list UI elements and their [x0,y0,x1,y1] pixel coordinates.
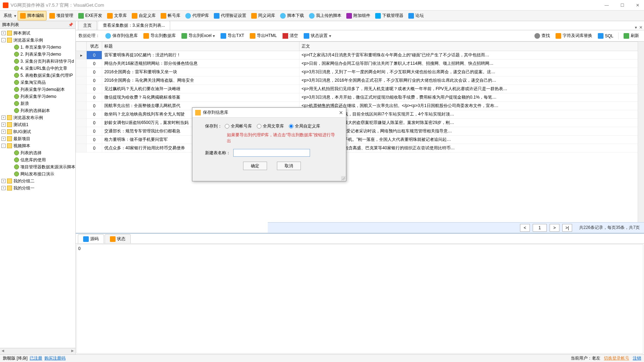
tab-close-icon[interactable]: ✕ [639,25,643,30]
sidebar-pin-icon[interactable]: 📌 [68,23,73,27]
tree-node[interactable]: +我的分组二 [0,177,75,185]
dialog-ok-button[interactable]: 确定 [243,162,267,170]
tab-dropdown-icon[interactable]: ▾ [635,25,637,30]
menu-forum[interactable]: 论坛 [406,11,426,20]
pager-prev-button[interactable]: < [520,224,530,232]
menu-script-edit[interactable]: 脚本编辑 [18,11,47,20]
col-header-body[interactable]: 正文 [299,42,644,51]
table-row[interactable]: 0微信提现为啥收费？马化腾揭晓标准答案<p>3月3日消息，本月开始，微信正式对提… [76,93,644,102]
save-to-infolib-button[interactable]: 保存到信息库 [103,32,140,39]
logout-link[interactable]: 注销 [633,355,641,361]
bottom-tab-status[interactable]: 状态 [105,234,131,243]
pager-last-button[interactable]: >| [562,224,572,232]
table-row[interactable]: 0优点众多：40家银行开始用比特币交易债券外媒体cnbc报道，一个包含高盛、巴克… [76,144,644,152]
tree-toggle-icon[interactable]: - [1,38,6,42]
pager-page-input[interactable] [533,224,547,232]
export-html-button[interactable]: 导出HTML [248,32,279,39]
table-row[interactable]: 0妙龄女调包U盾盗转6500万元，案发时刚当妈批准逮捕晋江史上金额最大的盗窃案犯… [76,119,644,127]
radio-option[interactable]: 全局文章库 [257,123,284,129]
tree-node[interactable]: 列表的选择副本 [0,107,75,114]
export-to-db-button[interactable]: 导出到数据库 [141,32,178,39]
tree-node[interactable]: +我的分组一 [0,185,75,192]
tree-node[interactable]: +脚本测试 [0,30,75,37]
tree-toggle-icon[interactable]: + [1,186,6,190]
tree-node[interactable]: 3. 采集分页列表和详情学习d [0,58,75,65]
scroll-right-icon[interactable]: ► [70,348,75,354]
menu-script-download[interactable]: 脚本下载 [278,11,306,20]
tree-node[interactable]: 项目管理器数据来源演示脚本 [0,163,75,170]
tree-node[interactable]: -视频脚本 [0,142,75,149]
tree-node[interactable]: 网站发布接口演示 [0,170,75,177]
tree-node[interactable]: 5. 表格数据采集(采集代理IP [0,72,75,79]
table-row[interactable]: 02016全国两会：马化腾关注网络盗版、网络安全<p>3月3日消息，2016年全… [76,76,644,85]
refresh-button[interactable]: 刷新 [621,32,641,39]
menu-article-lib[interactable]: 文章库 [105,11,129,20]
export-to-excel-button[interactable]: 导出到Excel [179,32,217,39]
tree-node[interactable]: 1. 单页采集学习demo [0,44,75,51]
table-row[interactable]: 0格力董明珠：做不做手机要问雷军了，我们坐在一起聊聊手机。”刚一落座，全国人大代… [76,136,644,144]
sql-button[interactable]: SQL [596,32,615,39]
tree-toggle-icon[interactable]: + [1,123,6,127]
tree-node[interactable]: +测试组1 [0,121,75,128]
table-row[interactable]: 02016全国两会：雷军和董明珠又坐一块<p>3月3日消息，又到了一年一度的两会… [76,68,644,76]
data-grid[interactable]: 状态 标题 正文 ▸0雷军董明珠再提10亿赌约：没进约就行！<p>IT之家讯3月… [76,42,644,152]
table-row[interactable]: 0见过飙机吗？无人机们要在迪拜一决雌雄<p>用无人机拍照我们见得多了，用无人机竞… [76,85,644,93]
menu-custom-lib[interactable]: 自定义库 [130,11,158,20]
script-tree[interactable]: +脚本测试-浏览器采集示例1. 单页采集学习demo2. 列表采集学习demo3… [0,29,75,348]
table-row[interactable]: 0交通部长：规范专车管理我比你们都着急传堂3日在人民大会堂接受记者采访时说，网络… [76,127,644,136]
pager-next-button[interactable]: > [550,224,559,232]
bottom-tab-source[interactable]: 源码 [78,234,104,243]
tree-node[interactable]: -浏览器采集示例 [0,37,75,44]
menu-download-manager[interactable]: 下载管理器 [373,11,405,20]
radio-option[interactable]: 全局自定义库 [289,123,320,129]
tree-node[interactable]: 4. 采集URL集合中的文章 [0,65,75,72]
tree-toggle-icon[interactable]: + [1,137,6,141]
replace-button[interactable]: 字符及词库替换 [553,32,594,39]
radio-input[interactable] [289,124,293,129]
menu-account-lib[interactable]: 帐号库 [159,11,182,20]
sidebar-hscroll[interactable]: ◄ ► [0,348,75,354]
menu-proxy-verify-settings[interactable]: 代理验证设置 [212,11,248,20]
menu-my-uploaded-scripts[interactable]: 我上传的脚本 [307,11,343,20]
menu-exe-dev[interactable]: EXE开发 [76,11,104,20]
radio-input[interactable] [225,124,229,129]
dialog-close-button[interactable]: ✕ [339,110,343,116]
col-header-title[interactable]: 标题 [102,42,299,51]
tree-toggle-icon[interactable]: + [1,116,6,120]
menu-project-manage[interactable]: 项目管理 [47,11,75,20]
export-txt-button[interactable]: 导出TXT [218,32,246,39]
status-settings-button[interactable]: 状态设置 [302,32,333,39]
tree-node[interactable]: 列表的选择 [0,149,75,156]
radio-option[interactable]: 全局帐号库 [225,123,252,129]
tree-toggle-icon[interactable]: + [1,130,6,134]
switch-account-link[interactable]: 切换登录帐号 [604,355,629,361]
table-row[interactable]: 0网信办关闭16家违规招聘网站：部分传播色情信息<p>日前，国家网信办会同工信等… [76,60,644,68]
tree-node[interactable]: 列表采集学习demo副本 [0,86,75,93]
buy-license-link[interactable]: 购买注册码 [44,355,66,361]
menu-synonym-lib[interactable]: 同义词库 [249,11,277,20]
menu-proxy-ip-lib[interactable]: 代理IP库 [183,11,211,20]
dialog-resize-grip[interactable] [341,176,345,180]
table-row[interactable]: ▸0雷军董明珠再提10亿赌约：没进约就行！<p>IT之家讯3月4日消息关于雷军和… [76,51,644,60]
tab-home[interactable]: 主页 [78,21,97,30]
tree-node[interactable]: 新浪 [0,100,75,107]
menu-system[interactable]: 系统 [1,11,17,20]
tree-toggle-icon[interactable]: - [1,144,6,148]
new-table-name-input[interactable] [233,149,310,157]
registered-link[interactable]: 已注册 [30,355,42,361]
table-row[interactable]: 0敢坐吗？北京地铁燕房线列车将全无人驾驶试运营的北京地铁燕房线，目前全线区间和7… [76,110,644,119]
tree-node[interactable]: +浏览器发布示例 [0,114,75,121]
tree-node[interactable]: 采集淘宝商品 [0,79,75,86]
window-close-button[interactable]: ✕ [634,2,641,9]
tree-toggle-icon[interactable]: + [1,31,6,35]
search-button[interactable]: 查找 [532,32,552,39]
tree-node[interactable]: 列表采集学习demo [0,93,75,100]
tree-node[interactable]: 信息库的使用 [0,156,75,163]
clear-button[interactable]: 清空 [280,32,300,39]
tree-node[interactable]: 2. 列表采集学习demo [0,51,75,58]
table-row[interactable]: 0国航率先出招：全面整顿去哪儿网机票代<p>机票销售的博弈还在继续，国航又一次率… [76,102,644,110]
window-minimize-button[interactable]: — [603,2,610,9]
dialog-cancel-button[interactable]: 取消 [277,162,301,170]
tree-toggle-icon[interactable]: + [1,179,6,183]
scroll-left-icon[interactable]: ◄ [1,348,5,354]
